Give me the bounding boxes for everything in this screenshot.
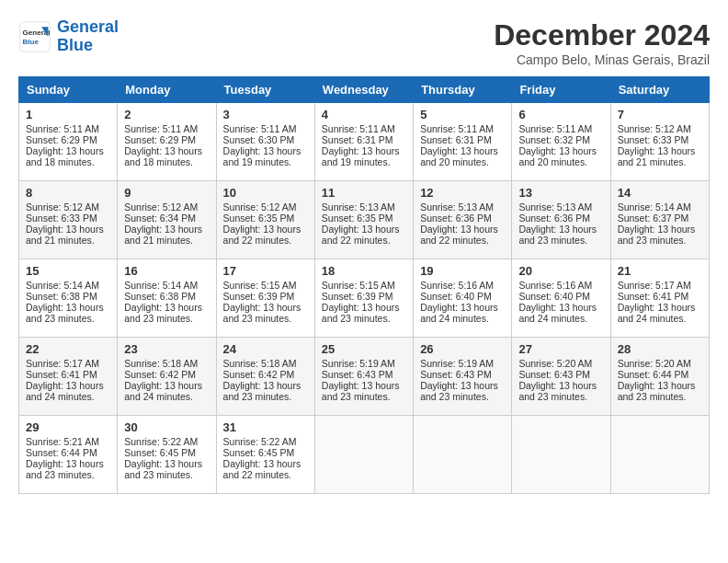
- daylight-label: Daylight: 13 hours and 23 minutes.: [223, 380, 301, 402]
- sunrise-label: Sunrise: 5:12 AM: [223, 201, 297, 213]
- sunrise-label: Sunrise: 5:22 AM: [223, 436, 297, 447]
- header-sunday: Sunday: [19, 77, 118, 103]
- daylight-label: Daylight: 13 hours and 23 minutes.: [518, 380, 597, 402]
- daylight-label: Daylight: 13 hours and 23 minutes.: [618, 224, 696, 246]
- sunrise-label: Sunrise: 5:13 AM: [322, 201, 395, 213]
- sunrise-label: Sunrise: 5:14 AM: [124, 280, 198, 291]
- table-cell: [314, 416, 413, 494]
- day-number: 26: [420, 342, 505, 356]
- table-cell: 19 Sunrise: 5:16 AM Sunset: 6:40 PM Dayl…: [414, 259, 512, 338]
- day-number: 3: [223, 108, 308, 121]
- sunset-label: Sunset: 6:38 PM: [26, 291, 97, 302]
- table-cell: 2 Sunrise: 5:11 AM Sunset: 6:29 PM Dayli…: [118, 103, 216, 181]
- daylight-label: Daylight: 13 hours and 22 minutes.: [223, 224, 301, 246]
- table-cell: 28 Sunrise: 5:20 AM Sunset: 6:44 PM Dayl…: [610, 338, 709, 416]
- sunset-label: Sunset: 6:31 PM: [420, 134, 492, 145]
- sunrise-label: Sunrise: 5:16 AM: [518, 280, 592, 291]
- table-cell: 12 Sunrise: 5:13 AM Sunset: 6:36 PM Dayl…: [414, 181, 512, 259]
- sunset-label: Sunset: 6:33 PM: [26, 213, 97, 224]
- day-number: 6: [518, 108, 603, 121]
- daylight-label: Daylight: 13 hours and 18 minutes.: [26, 145, 104, 167]
- daylight-label: Daylight: 13 hours and 23 minutes.: [26, 458, 104, 480]
- table-cell: 29 Sunrise: 5:21 AM Sunset: 6:44 PM Dayl…: [19, 416, 118, 494]
- sunrise-label: Sunrise: 5:20 AM: [518, 358, 592, 369]
- daylight-label: Daylight: 13 hours and 23 minutes.: [518, 224, 597, 246]
- sunset-label: Sunset: 6:41 PM: [618, 291, 689, 302]
- table-cell: [610, 416, 709, 494]
- table-cell: 5 Sunrise: 5:11 AM Sunset: 6:31 PM Dayli…: [414, 103, 512, 181]
- logo-icon: General Blue: [18, 20, 51, 53]
- day-number: 14: [618, 186, 702, 200]
- table-cell: 30 Sunrise: 5:22 AM Sunset: 6:45 PM Dayl…: [118, 416, 216, 494]
- sunset-label: Sunset: 6:32 PM: [518, 134, 590, 145]
- day-number: 2: [124, 108, 209, 121]
- sunrise-label: Sunrise: 5:13 AM: [420, 201, 494, 213]
- table-cell: 3 Sunrise: 5:11 AM Sunset: 6:30 PM Dayli…: [216, 103, 314, 181]
- header-monday: Monday: [118, 77, 216, 103]
- daylight-label: Daylight: 13 hours and 20 minutes.: [420, 145, 498, 167]
- table-cell: 6 Sunrise: 5:11 AM Sunset: 6:32 PM Dayli…: [512, 103, 610, 181]
- sunrise-label: Sunrise: 5:11 AM: [420, 123, 494, 134]
- table-cell: [512, 416, 610, 494]
- daylight-label: Daylight: 13 hours and 23 minutes.: [618, 380, 696, 402]
- day-number: 25: [322, 342, 406, 356]
- day-number: 1: [26, 108, 110, 121]
- daylight-label: Daylight: 13 hours and 23 minutes.: [322, 380, 400, 402]
- table-cell: 15 Sunrise: 5:14 AM Sunset: 6:38 PM Dayl…: [19, 259, 118, 338]
- daylight-label: Daylight: 13 hours and 23 minutes.: [223, 302, 301, 324]
- sunrise-label: Sunrise: 5:13 AM: [518, 201, 592, 213]
- sunrise-label: Sunrise: 5:14 AM: [618, 201, 691, 213]
- day-number: 13: [518, 186, 603, 200]
- daylight-label: Daylight: 13 hours and 24 minutes.: [26, 380, 104, 402]
- day-number: 24: [223, 342, 308, 356]
- sunset-label: Sunset: 6:36 PM: [420, 213, 492, 224]
- day-number: 7: [618, 108, 702, 121]
- sunrise-label: Sunrise: 5:11 AM: [26, 123, 99, 134]
- table-cell: 22 Sunrise: 5:17 AM Sunset: 6:41 PM Dayl…: [19, 338, 118, 416]
- table-cell: [414, 416, 512, 494]
- week-row-1: 1 Sunrise: 5:11 AM Sunset: 6:29 PM Dayli…: [19, 103, 710, 181]
- day-number: 27: [518, 342, 603, 356]
- day-number: 22: [26, 342, 110, 356]
- page-header: General Blue GeneralBlue December 2024 C…: [18, 18, 710, 67]
- daylight-label: Daylight: 13 hours and 23 minutes.: [26, 302, 104, 324]
- sunset-label: Sunset: 6:29 PM: [124, 134, 196, 145]
- day-number: 31: [223, 420, 308, 434]
- day-number: 5: [420, 108, 505, 121]
- sunset-label: Sunset: 6:45 PM: [223, 447, 295, 458]
- daylight-label: Daylight: 13 hours and 23 minutes.: [124, 302, 202, 324]
- sunrise-label: Sunrise: 5:14 AM: [26, 280, 99, 291]
- daylight-label: Daylight: 13 hours and 21 minutes.: [26, 224, 104, 246]
- week-row-4: 22 Sunrise: 5:17 AM Sunset: 6:41 PM Dayl…: [19, 338, 710, 416]
- sunrise-label: Sunrise: 5:19 AM: [322, 358, 395, 369]
- sunset-label: Sunset: 6:31 PM: [322, 134, 393, 145]
- sunrise-label: Sunrise: 5:19 AM: [420, 358, 494, 369]
- sunset-label: Sunset: 6:42 PM: [124, 369, 196, 380]
- daylight-label: Daylight: 13 hours and 22 minutes.: [223, 458, 301, 480]
- table-cell: 4 Sunrise: 5:11 AM Sunset: 6:31 PM Dayli…: [314, 103, 413, 181]
- sunset-label: Sunset: 6:39 PM: [322, 291, 393, 302]
- sunrise-label: Sunrise: 5:11 AM: [223, 123, 297, 134]
- daylight-label: Daylight: 13 hours and 22 minutes.: [322, 224, 400, 246]
- table-cell: 1 Sunrise: 5:11 AM Sunset: 6:29 PM Dayli…: [19, 103, 118, 181]
- sunset-label: Sunset: 6:36 PM: [518, 213, 590, 224]
- daylight-label: Daylight: 13 hours and 24 minutes.: [420, 302, 498, 324]
- sunrise-label: Sunrise: 5:11 AM: [518, 123, 592, 134]
- daylight-label: Daylight: 13 hours and 19 minutes.: [322, 145, 400, 167]
- location-subtitle: Campo Belo, Minas Gerais, Brazil: [494, 52, 710, 67]
- table-cell: 31 Sunrise: 5:22 AM Sunset: 6:45 PM Dayl…: [216, 416, 314, 494]
- day-number: 28: [618, 342, 702, 356]
- sunset-label: Sunset: 6:43 PM: [518, 369, 590, 380]
- sunset-label: Sunset: 6:39 PM: [223, 291, 295, 302]
- header-wednesday: Wednesday: [314, 77, 413, 103]
- sunset-label: Sunset: 6:44 PM: [618, 369, 689, 380]
- week-row-2: 8 Sunrise: 5:12 AM Sunset: 6:33 PM Dayli…: [19, 181, 710, 259]
- sunset-label: Sunset: 6:44 PM: [26, 447, 97, 458]
- day-number: 30: [124, 420, 209, 434]
- sunrise-label: Sunrise: 5:15 AM: [322, 280, 395, 291]
- table-cell: 20 Sunrise: 5:16 AM Sunset: 6:40 PM Dayl…: [512, 259, 610, 338]
- daylight-label: Daylight: 13 hours and 21 minutes.: [618, 145, 696, 167]
- sunrise-label: Sunrise: 5:11 AM: [322, 123, 395, 134]
- day-number: 19: [420, 264, 505, 278]
- table-cell: 18 Sunrise: 5:15 AM Sunset: 6:39 PM Dayl…: [314, 259, 413, 338]
